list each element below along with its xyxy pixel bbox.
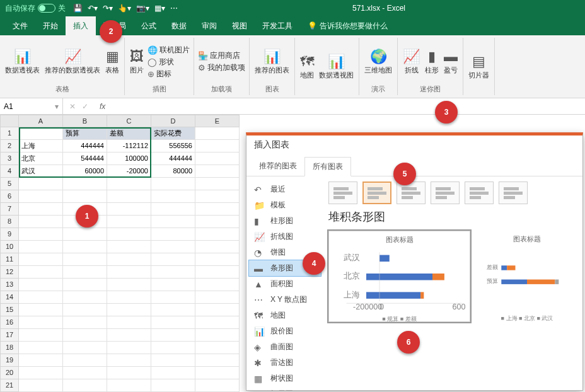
cell[interactable] xyxy=(151,342,195,354)
cell[interactable] xyxy=(195,367,240,379)
chart-type-折线图[interactable]: 📈折线图 xyxy=(249,229,321,245)
row-header[interactable]: 14 xyxy=(0,291,19,304)
cell[interactable] xyxy=(63,379,107,392)
cancel-icon[interactable]: ✕ xyxy=(69,102,76,111)
redo-icon[interactable]: ↷▾ xyxy=(103,4,113,13)
col-header[interactable]: E xyxy=(195,115,240,127)
cell[interactable] xyxy=(151,316,195,329)
chart-subtype[interactable] xyxy=(328,182,357,204)
cell[interactable] xyxy=(151,203,195,216)
chart-type-面积图[interactable]: ▲面积图 xyxy=(249,276,321,292)
chart-type-树状图[interactable]: ▦树状图 xyxy=(249,371,321,386)
cell[interactable]: 差额 xyxy=(107,127,151,140)
cell[interactable] xyxy=(195,291,240,304)
ribbon-柱形[interactable]: ▮柱形 xyxy=(424,47,440,76)
cell[interactable] xyxy=(107,228,151,241)
cell[interactable] xyxy=(151,253,195,266)
ribbon-推荐的图表[interactable]: 📊推荐的图表 xyxy=(253,47,291,76)
chevron-down-icon[interactable]: ▾ xyxy=(55,102,59,111)
cell[interactable] xyxy=(19,316,63,329)
cell[interactable] xyxy=(151,279,195,291)
ribbon-盈亏[interactable]: ▬盈亏 xyxy=(443,47,459,76)
cell[interactable] xyxy=(107,379,151,392)
undo-icon[interactable]: ↶▾ xyxy=(88,4,98,13)
cell[interactable] xyxy=(151,367,195,379)
cell[interactable]: 60000 xyxy=(63,165,107,178)
cell[interactable]: 444444 xyxy=(63,140,107,153)
cell[interactable] xyxy=(195,165,240,178)
cell[interactable] xyxy=(19,279,63,291)
chart-type-股价图[interactable]: 📊股价图 xyxy=(249,323,321,339)
cell[interactable] xyxy=(107,253,151,266)
menu-tab-面布局[interactable]: 面布局 xyxy=(96,16,134,35)
cell[interactable] xyxy=(107,304,151,316)
chart-type-雷达图[interactable]: ✱雷达图 xyxy=(249,355,321,371)
cell[interactable] xyxy=(63,304,107,316)
cell[interactable] xyxy=(19,190,63,203)
cell[interactable] xyxy=(63,190,107,203)
insert-chart-dialog[interactable]: 插入图表 推荐的图表所有图表 ↶最近📁模板▮柱形图📈折线图◔饼图▬条形图▲面积图… xyxy=(246,132,583,391)
camera-icon[interactable]: 📷▾ xyxy=(136,4,149,13)
cell[interactable] xyxy=(107,178,151,190)
row-header[interactable]: 18 xyxy=(0,342,19,354)
cell[interactable] xyxy=(107,354,151,367)
chart-type-X Y 散点图[interactable]: ⋯X Y 散点图 xyxy=(249,292,321,308)
ribbon-形状[interactable]: ◯形状 xyxy=(148,57,190,67)
cell[interactable] xyxy=(151,228,195,241)
cell[interactable]: 80000 xyxy=(151,165,195,178)
cell[interactable] xyxy=(107,241,151,253)
tell-me-input[interactable]: 💡告诉我你想要做什么 xyxy=(308,21,388,32)
row-header[interactable]: 19 xyxy=(0,354,19,367)
row-header[interactable]: 6 xyxy=(0,190,19,203)
cell[interactable] xyxy=(19,291,63,304)
autosave-toggle[interactable] xyxy=(38,4,55,13)
cell[interactable] xyxy=(63,279,107,291)
cell[interactable] xyxy=(19,266,63,279)
chart-subtype[interactable] xyxy=(499,182,528,204)
cell[interactable] xyxy=(107,279,151,291)
enter-icon[interactable]: ✓ xyxy=(82,102,88,111)
cell[interactable] xyxy=(195,266,240,279)
cell[interactable] xyxy=(107,216,151,228)
ribbon-切片器[interactable]: ▤切片器 xyxy=(467,52,490,81)
cell[interactable] xyxy=(107,266,151,279)
cell[interactable] xyxy=(63,253,107,266)
cell[interactable] xyxy=(151,178,195,190)
row-header[interactable]: 16 xyxy=(0,316,19,329)
cell[interactable] xyxy=(19,127,63,140)
chart-type-饼图[interactable]: ◔饼图 xyxy=(249,245,321,260)
cell[interactable] xyxy=(19,304,63,316)
cell[interactable] xyxy=(195,153,240,165)
ribbon-折线[interactable]: 📈折线 xyxy=(402,47,421,76)
cell[interactable] xyxy=(107,316,151,329)
chart-type-曲面图[interactable]: ◈曲面图 xyxy=(249,339,321,355)
cell[interactable] xyxy=(151,241,195,253)
cell[interactable] xyxy=(195,216,240,228)
cell[interactable] xyxy=(151,190,195,203)
cell[interactable] xyxy=(195,241,240,253)
chart-preview[interactable]: 图表标题 差额 预算 ■ 上海 ■ 北京 ■ 武汉 xyxy=(477,231,577,322)
cell[interactable]: 预算 xyxy=(63,127,107,140)
cell[interactable]: 556556 xyxy=(151,140,195,153)
cell[interactable] xyxy=(107,329,151,342)
col-header[interactable]: D xyxy=(151,115,195,127)
name-box[interactable]: A1 ▾ xyxy=(0,98,63,114)
ribbon-三维地图[interactable]: 🌍三维地图 xyxy=(363,47,393,76)
chart-subtype[interactable] xyxy=(362,182,391,204)
row-header[interactable]: 21 xyxy=(0,379,19,392)
cell[interactable] xyxy=(19,228,63,241)
grid-icon[interactable]: ▦▾ xyxy=(154,4,165,13)
cell[interactable] xyxy=(195,127,240,140)
save-icon[interactable]: 💾 xyxy=(73,4,83,13)
dialog-tab-推荐的图表[interactable]: 推荐的图表 xyxy=(252,157,304,176)
cell[interactable]: 武汉 xyxy=(19,165,63,178)
cell[interactable] xyxy=(151,379,195,392)
cell[interactable]: 上海 xyxy=(19,140,63,153)
cell[interactable]: -20000 xyxy=(107,165,151,178)
menu-tab-文件[interactable]: 文件 xyxy=(5,16,35,35)
row-header[interactable]: 4 xyxy=(0,165,19,178)
row-header[interactable]: 20 xyxy=(0,367,19,379)
menu-tab-数据[interactable]: 数据 xyxy=(164,16,194,35)
autosave-indicator[interactable]: 自动保存 关 xyxy=(5,3,66,14)
row-header[interactable]: 11 xyxy=(0,253,19,266)
